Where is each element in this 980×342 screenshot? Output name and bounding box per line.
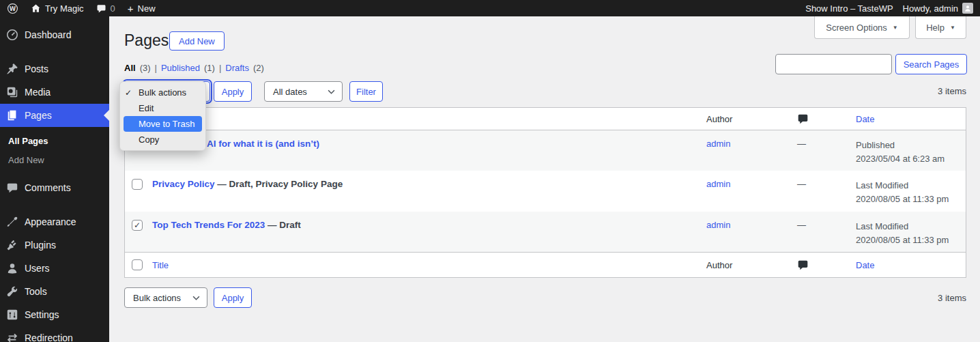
site-link[interactable]: Try Magic	[31, 3, 84, 14]
new-content-button[interactable]: + New	[128, 3, 156, 14]
sidebar-item-label: Appearance	[25, 216, 76, 227]
sidebar-item-appearance[interactable]: Appearance	[0, 210, 109, 233]
main-content: Screen Options ▼ Help ▼ Pages Add New Al…	[109, 16, 980, 342]
items-count: 3 items	[938, 86, 966, 96]
chevron-down-icon: ▼	[893, 25, 898, 31]
apply-button-top[interactable]: Apply	[214, 81, 252, 102]
chevron-down-icon	[192, 296, 200, 300]
items-count: 3 items	[938, 293, 966, 303]
plug-icon	[5, 238, 19, 252]
wordpress-logo-icon[interactable]: W	[7, 3, 18, 14]
sidebar-item-media[interactable]: Media	[0, 81, 109, 104]
filter-published-count: (1)	[204, 63, 215, 73]
sidebar-item-label: Dashboard	[25, 29, 72, 40]
home-icon	[31, 3, 41, 14]
help-tab[interactable]: Help ▼	[915, 16, 966, 39]
table-header-row: ✓ Title Author Date	[125, 108, 966, 130]
date-column-header[interactable]: Date	[856, 114, 967, 124]
filter-button[interactable]: Filter	[349, 81, 383, 102]
screen-options-tab[interactable]: Screen Options ▼	[814, 16, 910, 39]
table-footer-row: ✓ Title Author Date	[125, 252, 966, 277]
comments-value: —	[792, 139, 856, 149]
table-row: ✓ Privacy Policy — Draft, Privacy Policy…	[125, 171, 966, 212]
sidebar-item-add-new[interactable]: Add New	[0, 150, 109, 169]
sidebar-item-label: Settings	[25, 309, 59, 320]
row-checkbox-checked[interactable]: ✓	[132, 220, 143, 231]
table-row: ✓ Top Tech Trends For 2023 — Draft admin…	[125, 212, 966, 252]
dropdown-option-move-to-trash[interactable]: Move to Trash	[124, 116, 202, 132]
title-column-footer[interactable]: Title	[152, 260, 706, 270]
sidebar-item-all-pages[interactable]: All Pages	[0, 131, 109, 150]
admin-bar-comments[interactable]: 0	[96, 3, 115, 14]
date-cell: Published 2023/05/04 at 6:23 am	[856, 139, 967, 166]
separator: |	[155, 63, 157, 73]
avatar	[962, 3, 973, 14]
filter-drafts-link[interactable]: Drafts	[225, 63, 249, 73]
screen-options-label: Screen Options	[826, 23, 887, 33]
howdy-account-link[interactable]: Howdy, admin	[903, 3, 973, 14]
sidebar-item-plugins[interactable]: Plugins	[0, 233, 109, 257]
menu-separator	[0, 199, 109, 210]
add-new-button[interactable]: Add New	[169, 31, 225, 51]
dashboard-icon	[5, 28, 19, 42]
redirect-arrows-icon	[5, 331, 19, 342]
settings-icon	[5, 308, 19, 322]
dropdown-option-edit[interactable]: Edit	[124, 100, 202, 116]
sidebar-item-settings[interactable]: Settings	[0, 303, 109, 326]
comments-icon	[5, 181, 19, 195]
sidebar-item-label: Posts	[25, 63, 48, 74]
sidebar-item-posts[interactable]: Posts	[0, 57, 109, 81]
page-title-link[interactable]: Privacy Policy	[152, 179, 215, 189]
search-input[interactable]	[775, 54, 892, 74]
page-status-suffix: — Draft	[265, 220, 301, 230]
sidebar-item-users[interactable]: Users	[0, 257, 109, 280]
pushpin-icon	[5, 62, 19, 76]
date-cell: Last Modified 2020/08/05 at 11:33 pm	[856, 179, 967, 206]
bulk-actions-open-dropdown: ✓ Bulk actions Edit Move to Trash Copy	[119, 81, 206, 151]
comments-value: —	[792, 179, 856, 189]
sidebar-item-pages[interactable]: Pages	[0, 104, 109, 127]
sidebar-item-redirection[interactable]: Redirection	[0, 326, 109, 342]
comments-column-icon	[792, 259, 856, 271]
sidebar-item-label: Media	[25, 87, 51, 98]
author-link[interactable]: admin	[706, 220, 730, 230]
dates-filter-select[interactable]: All dates	[264, 81, 343, 102]
help-label: Help	[926, 23, 945, 33]
sidebar-item-dashboard[interactable]: Dashboard	[0, 23, 109, 46]
author-column-footer: Author	[706, 260, 792, 270]
author-link[interactable]: admin	[706, 179, 730, 189]
sidebar-item-tools[interactable]: Tools	[0, 280, 109, 303]
user-icon	[5, 261, 19, 275]
media-icon	[5, 85, 19, 99]
pages-submenu: All Pages Add New	[0, 127, 109, 176]
comments-column-icon	[792, 113, 856, 125]
sidebar-item-label: Tools	[25, 286, 47, 297]
bulk-actions-select-bottom[interactable]: Bulk actions	[124, 287, 207, 308]
filter-published-link[interactable]: Published	[161, 63, 200, 73]
dropdown-option-bulk-actions[interactable]: ✓ Bulk actions	[124, 85, 202, 100]
apply-button-bottom[interactable]: Apply	[214, 287, 252, 308]
show-intro-link[interactable]: Show Intro – TasteWP	[805, 3, 893, 14]
sidebar-item-comments[interactable]: Comments	[0, 176, 109, 199]
page-title: Pages	[124, 30, 169, 51]
page-title-link[interactable]: Top Tech Trends For 2023	[152, 220, 265, 230]
filter-all-link[interactable]: All	[124, 63, 136, 73]
dropdown-option-copy[interactable]: Copy	[124, 132, 202, 147]
page-title-link[interactable]: AI for what it is (and isn’t)	[207, 139, 319, 149]
comment-bubble-icon	[96, 3, 106, 14]
date-cell: Last Modified 2020/08/05 at 11:33 pm	[856, 220, 967, 247]
howdy-label: Howdy, admin	[903, 3, 958, 14]
comments-count: 0	[111, 3, 115, 14]
site-name: Try Magic	[45, 3, 84, 14]
sidebar-item-label: Users	[25, 263, 50, 274]
title-column-header[interactable]: Title	[152, 114, 706, 124]
author-column-header: Author	[706, 114, 792, 124]
status-filter-links: All (3) | Published (1) | Drafts (2)	[124, 63, 264, 73]
wrench-icon	[5, 285, 19, 298]
author-link[interactable]: admin	[706, 139, 730, 149]
date-column-footer[interactable]: Date	[856, 260, 967, 270]
select-all-checkbox[interactable]: ✓	[132, 259, 143, 270]
filter-drafts-count: (2)	[253, 63, 264, 73]
search-pages-button[interactable]: Search Pages	[895, 54, 967, 74]
row-checkbox[interactable]: ✓	[132, 179, 143, 190]
